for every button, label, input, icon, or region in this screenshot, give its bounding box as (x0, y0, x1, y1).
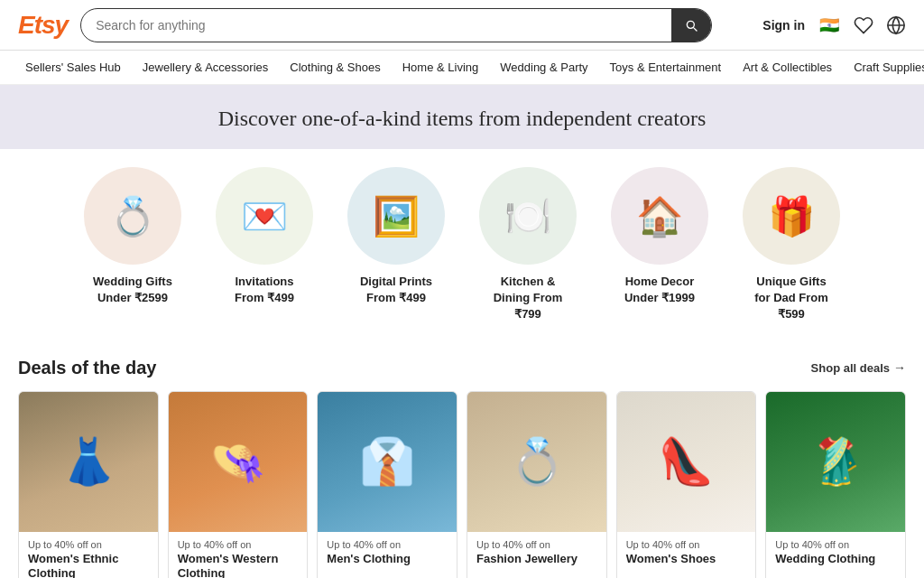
category-item-home-decor[interactable]: 🏠 Home DecorUnder ₹1999 (601, 167, 718, 338)
deal-card-jewellery[interactable]: 💍 Up to 40% off on Fashion Jewellery (467, 391, 607, 578)
category-label-wedding-gifts: Wedding GiftsUnder ₹2599 (93, 274, 172, 306)
deal-name-wedding-clothing: Wedding Clothing (775, 552, 896, 567)
deal-name-western: Women's Western Clothing (178, 552, 299, 578)
deal-image-mens: 👔 (318, 392, 457, 532)
category-label-home-decor: Home DecorUnder ₹1999 (624, 274, 695, 306)
nav-item-wedding-party[interactable]: Wedding & Party (489, 51, 598, 85)
search-bar (80, 8, 712, 42)
nav-item-jewellery[interactable]: Jewellery & Accessories (132, 51, 279, 85)
search-icon (684, 18, 698, 33)
sign-in-link[interactable]: Sign in (762, 18, 805, 33)
deal-image-wedding-clothing: 🥻 (766, 392, 905, 532)
category-circle-home-decor: 🏠 (611, 167, 708, 265)
category-label-unique-gifts: Unique Giftsfor Dad From₹599 (754, 274, 828, 323)
category-label-digital-prints: Digital PrintsFrom ₹499 (360, 274, 432, 306)
nav-bar: Sellers' Sales Hub Jewellery & Accessori… (0, 51, 924, 85)
deal-discount-mens: Up to 40% off on (327, 539, 448, 550)
nav-item-clothing[interactable]: Clothing & Shoes (279, 51, 391, 85)
category-item-invitations[interactable]: 💌 InvitationsFrom ₹499 (206, 167, 323, 338)
logo[interactable]: Etsy (18, 11, 68, 40)
category-item-digital-prints[interactable]: 🖼️ Digital PrintsFrom ₹499 (337, 167, 455, 338)
deal-image-jewellery: 💍 (467, 392, 606, 532)
deal-card-wedding-clothing[interactable]: 🥻 Up to 40% off on Wedding Clothing (765, 391, 906, 578)
deal-name-mens: Men's Clothing (327, 552, 448, 567)
hero-title: Discover one-of-a-kind items from indepe… (18, 107, 906, 131)
search-button[interactable] (671, 9, 711, 42)
nav-item-art[interactable]: Art & Collectibles (732, 51, 843, 85)
deal-image-ethnic: 👗 (19, 392, 158, 532)
deal-name-shoes: Women's Shoes (626, 552, 747, 567)
deal-name-ethnic: Women's Ethnic Clothing (28, 552, 149, 578)
wishlist-icon[interactable] (854, 15, 873, 35)
hero-banner: Discover one-of-a-kind items from indepe… (0, 85, 924, 338)
category-circle-invitations: 💌 (216, 167, 313, 265)
category-circle-unique-gifts: 🎁 (743, 167, 840, 265)
language-globe-icon[interactable] (886, 15, 906, 35)
deal-card-mens[interactable]: 👔 Up to 40% off on Men's Clothing (317, 391, 457, 578)
category-label-kitchen: Kitchen &Dining From₹799 (494, 274, 563, 323)
category-circle-kitchen: 🍽️ (479, 167, 577, 265)
shop-all-deals-link[interactable]: Shop all deals → (811, 360, 906, 375)
header: Etsy Sign in 🇮🇳 Sellers' Sales Hub Jewel… (0, 0, 924, 85)
category-circle-digital-prints: 🖼️ (347, 167, 445, 265)
search-input[interactable] (81, 18, 671, 33)
deal-discount-shoes: Up to 40% off on (626, 539, 747, 550)
deal-card-ethnic[interactable]: 👗 Up to 40% off on Women's Ethnic Clothi… (18, 391, 159, 578)
deals-grid: 👗 Up to 40% off on Women's Ethnic Clothi… (18, 391, 906, 578)
deal-card-western[interactable]: 👒 Up to 40% off on Women's Western Cloth… (168, 391, 309, 578)
deal-image-western: 👒 (169, 392, 308, 532)
deal-discount-ethnic: Up to 40% off on (28, 539, 149, 550)
deal-discount-jewellery: Up to 40% off on (476, 539, 597, 550)
deals-title: Deals of the day (18, 358, 156, 378)
category-item-unique-gifts[interactable]: 🎁 Unique Giftsfor Dad From₹599 (733, 167, 850, 338)
deal-name-jewellery: Fashion Jewellery (476, 552, 597, 567)
india-flag-icon[interactable]: 🇮🇳 (818, 14, 841, 37)
category-grid: 💍 Wedding GiftsUnder ₹2599 💌 Invitations… (0, 149, 924, 338)
header-actions: Sign in 🇮🇳 (762, 14, 906, 37)
deals-section: Deals of the day Shop all deals → 👗 Up t… (0, 338, 924, 578)
category-item-kitchen[interactable]: 🍽️ Kitchen &Dining From₹799 (469, 167, 587, 338)
deal-card-shoes[interactable]: 👠 Up to 40% off on Women's Shoes (616, 391, 757, 578)
nav-item-home-living[interactable]: Home & Living (392, 51, 490, 85)
deal-image-shoes: 👠 (617, 392, 756, 532)
category-item-wedding-gifts[interactable]: 💍 Wedding GiftsUnder ₹2599 (74, 167, 191, 338)
nav-item-sellers-sales[interactable]: Sellers' Sales Hub (14, 51, 132, 85)
deals-header: Deals of the day Shop all deals → (18, 358, 906, 378)
category-circle-wedding-gifts: 💍 (84, 167, 181, 265)
nav-item-toys[interactable]: Toys & Entertainment (599, 51, 733, 85)
nav-item-craft[interactable]: Craft Supplies (843, 51, 924, 85)
deal-discount-wedding-clothing: Up to 40% off on (775, 539, 896, 550)
arrow-right-icon: → (893, 360, 906, 375)
category-label-invitations: InvitationsFrom ₹499 (235, 274, 294, 306)
deal-discount-western: Up to 40% off on (178, 539, 299, 550)
